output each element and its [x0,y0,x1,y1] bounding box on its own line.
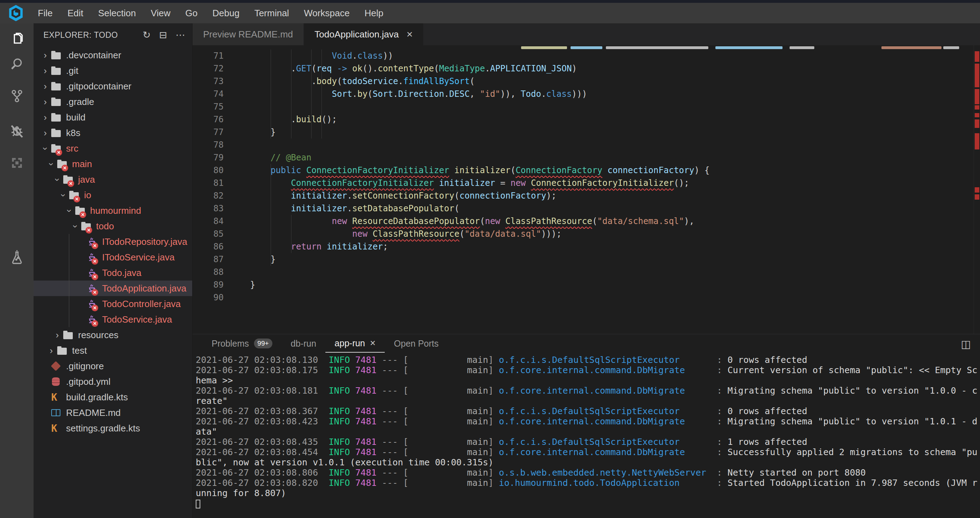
plugins-icon[interactable] [0,152,33,174]
terminal-output[interactable]: 2021-06-27 02:03:08.130 INFO 7481 --- [ … [196,355,980,518]
error-badge: ✕ [92,242,98,249]
line-number: 75 [192,100,224,113]
error-mark [975,133,979,150]
tree-item-io[interactable]: ›✕io [33,187,192,203]
folder-icon [57,345,69,356]
explorer-header: EXPLORER: TODO ↻⊟⋯ [33,23,192,47]
panel-tab-app-run[interactable]: app-run× [325,334,385,353]
tree-item-label: .gitpod.yml [66,376,111,387]
menu-item-help[interactable]: Help [357,3,391,23]
code-text: } [224,126,275,139]
refresh-icon[interactable]: ↻ [143,30,151,40]
tree-item-test[interactable]: ›test [33,343,192,358]
line-number: 71 [192,49,224,62]
tree-item-settings-gradle-kts[interactable]: Ksettings.gradle.kts [33,421,192,436]
code-text: } [224,253,275,266]
tree-item-readme-md[interactable]: README.md [33,405,192,421]
close-icon[interactable]: × [370,338,375,349]
code-line-86: 86 return initializer; [192,240,973,253]
terminal-row: unning for 8.807) [196,488,980,498]
tree-item-todo[interactable]: ›✕todo [33,218,192,234]
tree-item-label: TodoService.java [102,314,172,325]
tree-item-k8s[interactable]: ›k8s [33,125,192,140]
terminal-cursor [196,500,200,508]
folder-icon [63,330,75,340]
tree-item-todoapplication-java[interactable]: ✕TodoApplication.java [33,281,192,296]
code-editor[interactable]: 71 Void.class))72 .GET(req -> ok().conte… [192,45,980,334]
close-icon[interactable]: × [407,28,413,40]
tree-item-itodorepository-java[interactable]: ✕ITodoRepository.java [33,234,192,249]
code-text: public ConnectionFactoryInitializer init… [224,164,710,177]
tree-item-label: .devcontainer [66,50,121,61]
error-badge: ✕ [92,304,98,311]
panel-tab-problems[interactable]: Problems99+ [202,334,282,353]
terminal-row: 2021-06-27 02:03:08.454 INFO 7481 --- [ … [196,447,980,457]
menu-item-go[interactable]: Go [178,3,205,23]
error-badge: ✕ [56,149,62,156]
code-text: Sort.by(Sort.Direction.DESC, "id")), Tod… [224,88,587,100]
debug-icon[interactable] [0,120,33,142]
tree-item-src[interactable]: ›✕src [33,140,192,156]
folder-icon [51,128,63,138]
tree-item-resources[interactable]: ›resources [33,327,192,343]
menu-item-terminal[interactable]: Terminal [247,3,296,23]
tree-item-todocontroller-java[interactable]: ✕TodoController.java [33,296,192,312]
tree-item-build-gradle-kts[interactable]: Kbuild.gradle.kts [33,389,192,405]
panel-tab-open-ports[interactable]: Open Ports [385,334,448,353]
tree-item-humourmind[interactable]: ›✕humourmind [33,203,192,218]
line-number: 84 [192,215,224,228]
tree-item-main[interactable]: ›✕main [33,156,192,172]
tree-item-java[interactable]: ›✕java [33,172,192,187]
menu-items: FileEditSelectionViewGoDebugTerminalWork… [30,3,391,23]
tree-item--devcontainer[interactable]: ›.devcontainer [33,47,192,63]
menu-item-selection[interactable]: Selection [91,3,143,23]
explorer-actions: ↻⊟⋯ [143,30,192,40]
tree-item--gitpod-yml[interactable]: .gitpod.yml [33,374,192,389]
search-icon[interactable] [0,53,33,75]
toggle-panel-icon[interactable]: ◫ [961,338,971,350]
overview-ruler[interactable] [974,45,980,334]
code-text: .build(); [224,113,337,126]
line-number: 86 [192,240,224,253]
code-line-85: 85 new ClassPathResource("data/data.sql"… [192,228,973,240]
code-line-78: 78 [192,139,973,151]
terminal-row: reate" [196,396,980,406]
tree-item--gradle[interactable]: ›.gradle [33,94,192,110]
files-icon[interactable] [0,27,33,49]
menu-item-workspace[interactable]: Workspace [296,3,357,23]
java-file-icon: ✕ [87,236,99,247]
chevron-down-icon: › [40,142,51,155]
panel-tab-label: app-run [334,338,365,348]
explorer-sidebar: EXPLORER: TODO ↻⊟⋯ ›.devcontainer›.git›.… [33,23,192,518]
collapse-all-icon[interactable]: ⊟ [159,30,167,40]
menu-item-edit[interactable]: Edit [60,3,91,23]
tree-item-todoservice-java[interactable]: ✕TodoService.java [33,312,192,327]
menu-item-view[interactable]: View [143,3,178,23]
tree-item--gitignore[interactable]: .gitignore [33,358,192,374]
more-actions-icon[interactable]: ⋯ [176,30,185,40]
tree-item-build[interactable]: ›build [33,110,192,125]
markdown-file-icon [51,407,63,418]
chevron-down-icon: › [52,174,63,185]
error-mark [975,105,979,110]
menu-item-debug[interactable]: Debug [205,3,247,23]
code-line-72: 72 .GET(req -> ok().contentType(MediaTyp… [192,62,973,75]
error-mark [975,187,979,193]
gitpod-logo-icon[interactable] [5,4,27,22]
panel-tab-label: Open Ports [394,338,438,349]
tree-item--gitpodcontainer[interactable]: ›.gitpodcontainer [33,78,192,94]
error-mark [975,113,979,117]
menu-item-file[interactable]: File [30,3,60,23]
editor-tab-todoapplication-java[interactable]: TodoApplication.java× [304,23,423,45]
tree-item--git[interactable]: ›.git [33,63,192,78]
line-number: 90 [192,291,224,304]
source-control-icon[interactable] [0,85,33,107]
test-flask-icon[interactable] [0,247,33,269]
editor-tab-preview-readme-md[interactable]: Preview README.md [192,23,304,45]
terminal-row: 2021-06-27 02:03:08.367 INFO 7481 --- [ … [196,406,980,416]
tree-item-todo-java[interactable]: ✕Todo.java [33,265,192,281]
tree-item-itodoservice-java[interactable]: ✕ITodoService.java [33,249,192,265]
menubar: FileEditSelectionViewGoDebugTerminalWork… [0,3,980,23]
panel-tab-db-run[interactable]: db-run [282,334,325,353]
chevron-right-icon: › [39,112,51,123]
